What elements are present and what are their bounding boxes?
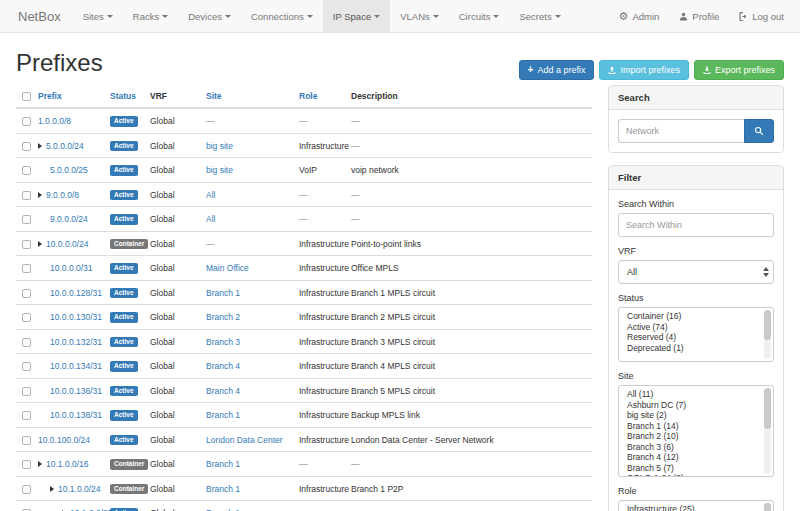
site-option[interactable]: Branch 1 (14) xyxy=(619,421,761,432)
app-brand[interactable]: NetBox xyxy=(6,0,73,32)
search-button[interactable] xyxy=(744,119,774,143)
row-checkbox[interactable] xyxy=(22,436,31,445)
site-link[interactable]: Branch 2 xyxy=(206,312,240,322)
status-cell: Container xyxy=(110,476,150,501)
vrf-select[interactable]: All xyxy=(618,260,774,284)
site-link[interactable]: big site xyxy=(206,141,233,151)
nav-item-circuits[interactable]: Circuits xyxy=(449,0,510,32)
row-checkbox[interactable] xyxy=(22,338,31,347)
prefix-link[interactable]: 10.1.0.0/16 xyxy=(46,459,89,469)
nav-item-ip-space[interactable]: IP Space xyxy=(323,0,390,32)
checkbox-cell xyxy=(16,403,38,428)
description-cell: Branch 1 MPLS circuit xyxy=(351,280,592,305)
status-listbox[interactable]: Container (16)Active (74)Reserved (4)Dep… xyxy=(618,307,774,362)
row-checkbox[interactable] xyxy=(22,460,31,469)
site-link[interactable]: Branch 3 xyxy=(206,337,240,347)
site-listbox[interactable]: All (11)Ashburn DC (7)big site (2)Branch… xyxy=(618,385,774,477)
site-link[interactable]: All xyxy=(206,214,215,224)
add-prefix-button[interactable]: + Add a prefix xyxy=(519,60,595,80)
search-within-label: Search Within xyxy=(618,199,774,209)
status-option[interactable]: Active (74) xyxy=(619,322,761,333)
row-checkbox[interactable] xyxy=(22,387,31,396)
row-checkbox[interactable] xyxy=(22,215,31,224)
site-option[interactable]: Branch 5 (7) xyxy=(619,463,761,474)
row-checkbox[interactable] xyxy=(22,313,31,322)
prefix-link[interactable]: 10.0.0.0/24 xyxy=(46,239,89,249)
prefix-link[interactable]: 10.0.0.136/31 xyxy=(50,386,102,396)
column-header-site[interactable]: Site xyxy=(206,85,299,108)
status-option[interactable]: Reserved (4) xyxy=(619,332,761,343)
role-listbox[interactable]: Infrastructure (25)Management (8)Private… xyxy=(618,500,774,511)
row-checkbox[interactable] xyxy=(22,240,31,249)
nav-item-devices[interactable]: Devices xyxy=(178,0,241,32)
description-cell: Branch 2 MPLS circuit xyxy=(351,305,592,330)
nav-item-profile[interactable]: Profile xyxy=(669,0,729,32)
site-link[interactable]: big site xyxy=(206,165,233,175)
prefix-link[interactable]: 1.0.0.0/8 xyxy=(38,116,71,126)
prefix-link[interactable]: 10.0.0.130/31 xyxy=(50,312,102,322)
nav-item-racks[interactable]: Racks xyxy=(123,0,178,32)
site-link[interactable]: Branch 4 xyxy=(206,386,240,396)
site-option[interactable]: Branch 4 (12) xyxy=(619,452,761,463)
nav-item-sites[interactable]: Sites xyxy=(73,0,123,32)
prefix-link[interactable]: 5.0.0.0/24 xyxy=(46,141,84,151)
role-cell: Infrastructure xyxy=(299,378,351,403)
site-option[interactable]: All (11) xyxy=(619,389,761,400)
site-link[interactable]: Branch 1 xyxy=(206,288,240,298)
site-option[interactable]: Ashburn DC (7) xyxy=(619,400,761,411)
nav-item-connections[interactable]: Connections xyxy=(241,0,323,32)
table-row: 10.0.0.132/31ActiveGlobalBranch 3Infrast… xyxy=(16,329,592,354)
prefix-link[interactable]: 10.0.0.128/31 xyxy=(50,288,102,298)
export-prefixes-button[interactable]: Export prefixes xyxy=(694,60,784,80)
status-option[interactable]: Container (16) xyxy=(619,311,761,322)
prefix-link[interactable]: 10.0.0.134/31 xyxy=(50,361,102,371)
status-option[interactable]: Deprecated (1) xyxy=(619,343,761,354)
prefix-link[interactable]: 9.0.0.0/24 xyxy=(50,214,88,224)
column-header-role[interactable]: Role xyxy=(299,85,351,108)
scrollbar[interactable] xyxy=(764,310,771,359)
nav-item-admin[interactable]: ⚙ Admin xyxy=(609,0,670,32)
action-buttons: + Add a prefix Import prefixes Export pr… xyxy=(519,60,784,80)
prefix-link[interactable]: 5.0.0.0/25 xyxy=(50,165,88,175)
row-checkbox[interactable] xyxy=(22,264,31,273)
row-checkbox[interactable] xyxy=(22,117,31,126)
nav-item-vlans[interactable]: VLANs xyxy=(390,0,449,32)
site-option[interactable]: big site (2) xyxy=(619,410,761,421)
nav-item-secrets[interactable]: Secrets xyxy=(509,0,570,32)
site-link[interactable]: Branch 1 xyxy=(206,484,240,494)
scrollbar[interactable] xyxy=(764,503,771,511)
site-link[interactable]: London Data Center xyxy=(206,435,283,445)
import-prefixes-button[interactable]: Import prefixes xyxy=(599,60,689,80)
prefix-link[interactable]: 10.1.0.0/24 xyxy=(58,484,101,494)
row-checkbox[interactable] xyxy=(22,362,31,371)
search-within-input[interactable] xyxy=(618,213,774,237)
site-link[interactable]: Main Office xyxy=(206,263,249,273)
site-link[interactable]: Branch 1 xyxy=(206,459,240,469)
prefix-link[interactable]: 10.0.100.0/24 xyxy=(38,435,90,445)
select-all-checkbox[interactable] xyxy=(22,92,31,101)
prefix-link[interactable]: 10.0.0.138/31 xyxy=(50,410,102,420)
site-link[interactable]: Branch 1 xyxy=(206,410,240,420)
vrf-cell: Global xyxy=(150,158,206,183)
column-header-status[interactable]: Status xyxy=(110,85,150,108)
site-option[interactable]: COLO-1-24 (2) xyxy=(619,473,761,477)
column-header-prefix[interactable]: Prefix xyxy=(38,85,110,108)
site-option[interactable]: Branch 3 (6) xyxy=(619,442,761,453)
site-link[interactable]: Branch 4 xyxy=(206,361,240,371)
role-option[interactable]: Infrastructure (25) xyxy=(619,504,761,511)
row-checkbox[interactable] xyxy=(22,411,31,420)
row-checkbox[interactable] xyxy=(22,289,31,298)
checkbox-cell xyxy=(16,256,38,281)
prefix-link[interactable]: 10.0.0.0/31 xyxy=(50,263,93,273)
site-link[interactable]: All xyxy=(206,190,215,200)
row-checkbox[interactable] xyxy=(22,142,31,151)
row-checkbox[interactable] xyxy=(22,485,31,494)
scrollbar[interactable] xyxy=(764,388,771,474)
search-input[interactable] xyxy=(618,119,744,143)
nav-item-logout[interactable]: Log out xyxy=(729,0,794,32)
prefix-link[interactable]: 9.0.0.0/8 xyxy=(46,190,79,200)
prefix-link[interactable]: 10.0.0.132/31 xyxy=(50,337,102,347)
row-checkbox[interactable] xyxy=(22,166,31,175)
row-checkbox[interactable] xyxy=(22,191,31,200)
site-option[interactable]: Branch 2 (10) xyxy=(619,431,761,442)
